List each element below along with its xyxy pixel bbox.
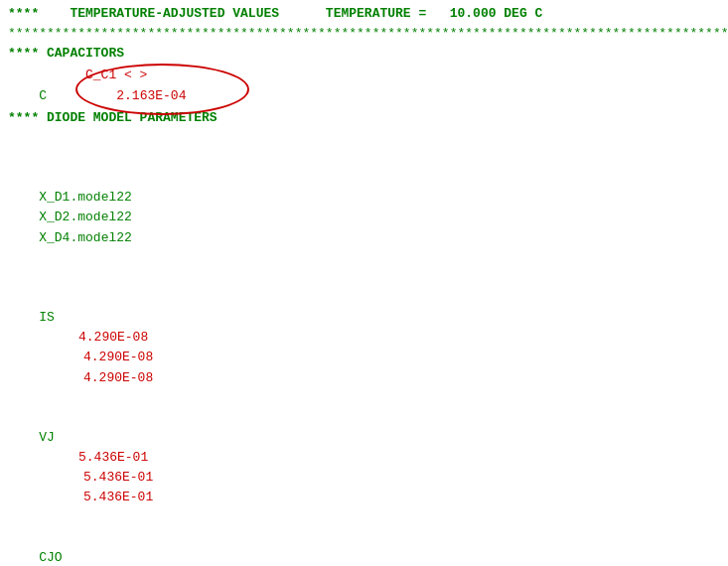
diode-row-IS: IS 4.290E-08 4.290E-08 4.290E-08 — [0, 288, 728, 408]
diode-blank2 — [0, 268, 728, 288]
star-separator: ****************************************… — [0, 24, 728, 44]
diode-blank — [0, 128, 728, 148]
diode-row-VJ: VJ 5.436E-01 5.436E-01 5.436E-01 — [0, 408, 728, 528]
diode-row-CJO: CJO 2.222E-11 2.222E-11 2.222E-11 — [0, 528, 728, 566]
capacitor-c1-name: C_C1 < > — [8, 66, 728, 85]
diode-col-headers: X_D1.model22 X_D2.model22 X_D4.model22 — [0, 148, 728, 268]
capacitors-header: **** CAPACITORS — [0, 44, 728, 64]
main-content: **** TEMPERATURE-ADJUSTED VALUES TEMPERA… — [0, 4, 728, 566]
diode-header: **** DIODE MODEL PARAMETERS — [0, 108, 728, 128]
temperature-header: **** TEMPERATURE-ADJUSTED VALUES TEMPERA… — [0, 4, 728, 24]
capacitor-c1-value: C 2.163E-04 — [8, 86, 728, 106]
